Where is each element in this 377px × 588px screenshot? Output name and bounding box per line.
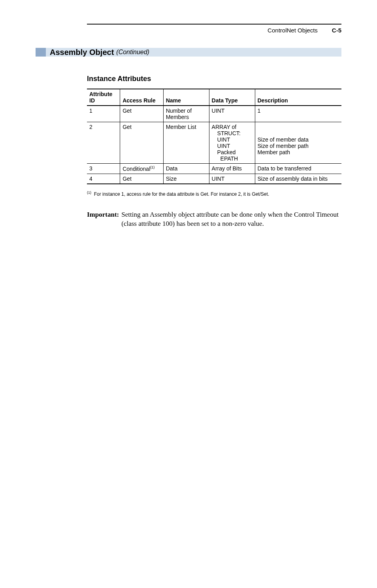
- th-access-rule: Access Rule: [120, 89, 163, 106]
- th-data-type: Data Type: [209, 89, 255, 106]
- table-row: 2 Get Member List ARRAY of STRUCT: UINT …: [87, 122, 341, 164]
- section-heading: Assembly Object (Continued): [36, 48, 341, 57]
- section-continued: (Continued): [116, 49, 149, 56]
- subheading: Instance Attributes: [87, 75, 341, 83]
- footnote-marker: (1): [87, 191, 91, 195]
- th-attribute-id: Attribute ID: [87, 89, 120, 106]
- table-row: 1 Get Number of Members UINT 1: [87, 106, 341, 122]
- footnote-text: For instance 1, access rule for the data…: [94, 191, 270, 197]
- header-page-number: C-5: [332, 27, 341, 34]
- table-row: 4 Get Size UINT Size of assembly data in…: [87, 174, 341, 184]
- th-description: Description: [255, 89, 341, 106]
- table-row: 3 Conditional(1) Data Array of Bits Data…: [87, 164, 341, 174]
- important-note: Important: Setting an Assembly object at…: [87, 210, 341, 229]
- page-header: ControlNet Objects C-5: [87, 27, 341, 34]
- important-label: Important:: [87, 210, 119, 229]
- header-title: ControlNet Objects: [268, 27, 318, 34]
- important-text: Setting an Assembly object attribute can…: [119, 210, 341, 229]
- section-bar-accent: [36, 48, 46, 57]
- footnote: (1) For instance 1, access rule for the …: [87, 191, 341, 197]
- instance-attributes-table: Attribute ID Access Rule Name Data Type …: [87, 89, 341, 184]
- th-name: Name: [163, 89, 209, 106]
- section-title: Assembly Object: [50, 48, 114, 57]
